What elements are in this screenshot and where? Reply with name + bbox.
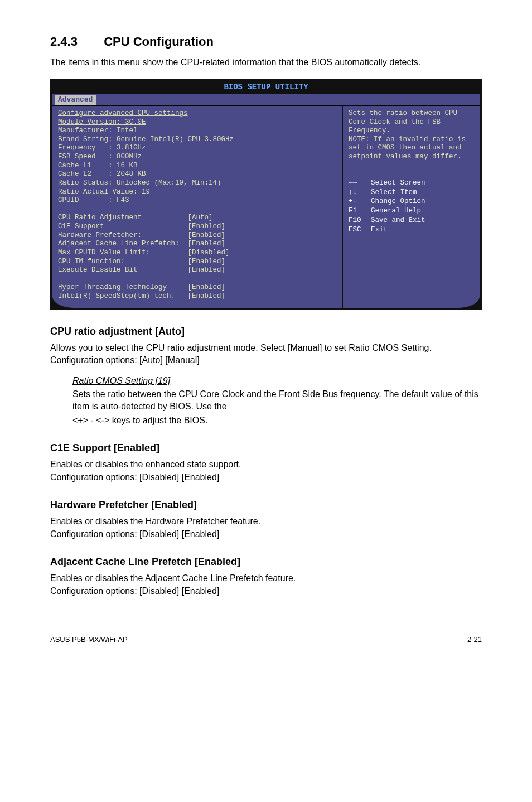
item-body: Enables or disables the Hardware Prefetc… xyxy=(50,515,482,540)
bios-info-line: Cache L2 : 2048 KB xyxy=(58,170,146,178)
sub-item-block: Ratio CMOS Setting [19] Sets the ratio b… xyxy=(72,375,482,427)
bios-setting-row: Intel(R) SpeedStep(tm) tech. [Enabled] xyxy=(58,292,225,300)
bios-setting-row: C1E Support [Enabled] xyxy=(58,223,225,230)
bios-setting-row: Execute Disable Bit [Enabled] xyxy=(58,266,225,274)
bios-left-pane: Configure advanced CPU settings Module V… xyxy=(52,106,343,308)
footer-left: ASUS P5B-MX/WiFi-AP xyxy=(50,635,128,645)
item-heading-cpu-ratio: CPU ratio adjustment [Auto] xyxy=(50,325,482,339)
bios-left-header1: Configure advanced CPU settings xyxy=(58,109,188,117)
sub-item-body: <+> - <-> keys to adjust the BIOS. xyxy=(72,414,482,427)
sub-item-heading: Ratio CMOS Setting [19] xyxy=(72,375,482,387)
bios-setting-row: CPU TM function: [Enabled] xyxy=(58,258,225,265)
footer-page-number: 2-21 xyxy=(467,635,482,645)
bios-title: BIOS SETUP UTILITY xyxy=(52,81,480,94)
item-body: Enables or disables the enhanced state s… xyxy=(50,458,482,484)
section-number: 2.4.3 xyxy=(50,33,100,51)
bios-key-legend: ←→Select Screen ↑↓Select Item +-Change O… xyxy=(349,178,474,235)
bios-setting-row: Adjacent Cache Line Prefetch: [Enabled] xyxy=(58,240,225,248)
bios-setting-row: Hyper Threading Technology [Enabled] xyxy=(58,283,225,291)
bios-setting-row: Max CPUID Value Limit: [Disabled] xyxy=(58,249,230,257)
bios-info-line: Manufacturer: Intel xyxy=(58,127,138,134)
item-body: Enables or disables the Adjacent Cache L… xyxy=(50,572,482,597)
bios-info-line: Ratio Status: Unlocked (Max:19, Min:14) xyxy=(58,179,221,187)
intro-paragraph: The items in this menu show the CPU-rela… xyxy=(50,56,482,69)
item-heading-c1e: C1E Support [Enabled] xyxy=(50,441,482,455)
bios-info-line: Frequency : 3.81GHz xyxy=(58,144,146,152)
bios-info-line: Ratio Actual Value: 19 xyxy=(58,188,150,196)
bios-info-line: Cache L1 : 16 KB xyxy=(58,162,138,170)
bios-setting-row: CPU Ratio Adjustment [Auto] xyxy=(58,214,213,221)
bios-right-pane: Sets the ratio between CPU Core Clock an… xyxy=(343,106,480,308)
bios-screenshot: BIOS SETUP UTILITY Advanced Configure ad… xyxy=(50,79,482,310)
page-footer: ASUS P5B-MX/WiFi-AP 2-21 xyxy=(50,631,482,645)
bios-info-line: FSB Speed : 800MHz xyxy=(58,153,142,161)
bios-tab-row: Advanced xyxy=(52,94,480,106)
sub-item-body: Sets the ratio between the CPU Core Cloc… xyxy=(72,388,482,413)
section-title: CPU Configuration xyxy=(104,35,214,49)
bios-help-text: Sets the ratio between CPU Core Clock an… xyxy=(349,109,474,162)
bios-left-header2: Module Version: 3C.0E xyxy=(58,118,146,126)
item-heading-hw-prefetcher: Hardware Prefetcher [Enabled] xyxy=(50,498,482,512)
bios-setting-row: Hardware Prefetcher: [Enabled] xyxy=(58,231,225,239)
item-heading-adj-cache: Adjacent Cache Line Prefetch [Enabled] xyxy=(50,555,482,569)
bios-info-line: CPUID : F43 xyxy=(58,196,129,204)
bios-info-line: Brand String: Genuine Intel(R) CPU 3.80G… xyxy=(58,136,234,143)
item-body: Allows you to select the CPU ratio adjus… xyxy=(50,342,482,367)
section-heading: 2.4.3 CPU Configuration xyxy=(50,33,482,51)
bios-active-tab: Advanced xyxy=(55,95,96,105)
